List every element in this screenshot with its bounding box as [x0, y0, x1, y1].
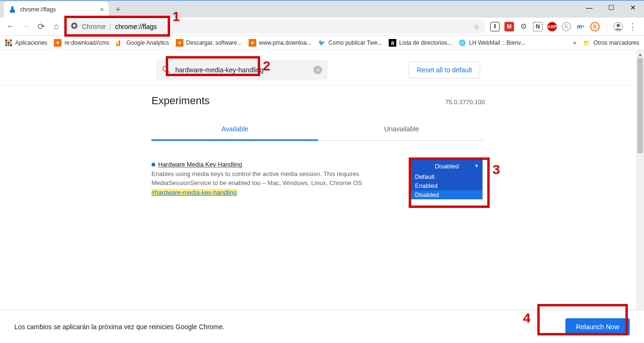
reset-all-button[interactable]: Reset all to default [409, 61, 480, 78]
other-bookmarks[interactable]: 📁Otros marcadores [583, 39, 639, 47]
tab-unavailable[interactable]: Unavailable [318, 118, 485, 140]
ext-icon[interactable]: m+ [576, 22, 585, 31]
ext-icon[interactable]: K [562, 22, 571, 31]
tab-strip: chrome://flags × + [0, 0, 644, 18]
select-value: Disabled [435, 163, 459, 170]
select-dropdown: Default Enabled Disabled [411, 172, 483, 199]
bookmark-item[interactable]: ▾www.pma.downloa... [249, 39, 312, 47]
scrollbar[interactable]: ▲ ▼ [636, 50, 644, 343]
search-icon [162, 65, 171, 75]
flags-search-input[interactable]: hardware-media-key-handling ✕ [156, 60, 328, 80]
relaunch-message: Los cambios se aplicarán la próxima vez … [14, 323, 224, 331]
bookmarks-overflow[interactable]: » [573, 39, 576, 46]
home-button[interactable]: ⌂ [50, 20, 63, 33]
bookmark-favicon: 🐦 [318, 39, 326, 47]
tab-available[interactable]: Available [151, 118, 318, 141]
select-option[interactable]: Default [411, 172, 483, 181]
svg-rect-8 [8, 42, 10, 44]
flag-anchor-link[interactable]: #hardware-media-key-handling [151, 189, 237, 196]
extension-icons: I M ⚙ N ABP K m+ b ⋮ [487, 22, 640, 31]
bookmark-favicon: ▾ [249, 39, 256, 47]
back-button[interactable]: ← [4, 20, 17, 33]
select-option[interactable]: Disabled [411, 190, 483, 199]
new-tab-button[interactable]: + [111, 3, 125, 16]
svg-point-1 [73, 24, 75, 27]
scroll-up-icon[interactable]: ▲ [636, 50, 644, 58]
close-window-button[interactable]: ✕ [622, 0, 644, 15]
bookmark-label: www.pma.downloa... [259, 39, 312, 46]
bookmark-item[interactable]: ▾re:download//cms [54, 39, 109, 47]
bookmark-label: Descargar, software... [186, 39, 242, 46]
svg-rect-7 [5, 42, 7, 44]
omnibox-separator: | [110, 23, 111, 30]
scroll-thumb[interactable] [637, 58, 643, 153]
forward-button[interactable]: → [19, 20, 32, 33]
svg-rect-5 [8, 39, 10, 41]
reset-label: Reset all to default [417, 66, 472, 74]
gear-icon[interactable]: ⚙ [519, 22, 528, 31]
bookmark-label: re:download//cms [64, 39, 109, 46]
bookmark-favicon: 🌐 [459, 39, 466, 47]
bookmark-star-icon[interactable]: ☆ [473, 23, 480, 30]
bookmark-label: Google Analytics [126, 39, 169, 46]
profile-icon[interactable] [614, 22, 623, 31]
svg-rect-4 [5, 39, 7, 41]
gmail-icon[interactable]: M [504, 22, 514, 31]
separator [606, 22, 607, 31]
page-title: Experiments [151, 95, 210, 107]
flag-description: Enables using media keys to control the … [151, 169, 402, 188]
ext-icon[interactable]: N [533, 22, 543, 31]
omnibox-url: chrome://flags [115, 23, 157, 30]
browser-tab[interactable]: chrome://flags × [4, 1, 109, 18]
ext-icon[interactable]: b [590, 22, 600, 31]
flag-item: Hardware Media Key Handling Enables usin… [151, 160, 485, 197]
toolbar: ← → ⟳ ⌂ Chrome | chrome://flags ☆ I M ⚙ … [0, 18, 644, 36]
other-bookmarks-label: Otros marcadores [594, 39, 639, 46]
flag-state-select[interactable]: Disabled [411, 160, 483, 172]
svg-rect-6 [10, 39, 12, 41]
bookmarks-bar: Aplicaciones ▾re:download//cms Google An… [0, 36, 644, 50]
svg-point-3 [617, 24, 620, 27]
bookmark-favicon: ▾ [54, 39, 61, 47]
tab-title: chrome://flags [20, 6, 56, 13]
svg-rect-11 [8, 44, 10, 46]
chrome-version: 75.0.3770.100 [445, 98, 485, 106]
relaunch-label: Relaunch Now [576, 323, 619, 331]
page-content: hardware-media-key-handling ✕ Reset all … [0, 50, 636, 343]
bookmark-item[interactable]: ▾Descargar, software... [176, 39, 242, 47]
bookmark-item[interactable]: 🌐LH WebMail :: Bienv... [459, 39, 525, 47]
bookmark-favicon [116, 39, 123, 47]
apps-icon [5, 39, 12, 47]
bookmark-item[interactable]: aLista de directorios... [389, 39, 452, 47]
clear-search-icon[interactable]: ✕ [313, 66, 322, 74]
flags-tabs: Available Unavailable [151, 118, 485, 141]
reload-button[interactable]: ⟳ [34, 20, 48, 33]
relaunch-bar: Los cambios se aplicarán la próxima vez … [0, 310, 644, 343]
menu-icon[interactable]: ⋮ [628, 22, 637, 31]
svg-rect-14 [119, 40, 120, 46]
maximize-button[interactable]: ☐ [600, 0, 622, 15]
bookmark-label: Como publicar Twe... [329, 39, 382, 46]
ext-icon[interactable]: I [490, 22, 500, 31]
search-value: hardware-media-key-handling [175, 66, 263, 74]
flask-icon [9, 6, 16, 13]
minimize-button[interactable]: — [578, 0, 600, 15]
svg-point-15 [116, 44, 118, 46]
svg-rect-9 [10, 42, 12, 44]
bookmark-label: LH WebMail :: Bienv... [469, 39, 525, 46]
svg-line-17 [167, 70, 170, 73]
folder-icon: 📁 [583, 39, 591, 47]
omnibox-scheme: Chrome [82, 23, 106, 30]
omnibox[interactable]: Chrome | chrome://flags ☆ [65, 20, 485, 34]
select-option[interactable]: Enabled [411, 181, 483, 190]
apps-shortcut[interactable]: Aplicaciones [5, 39, 47, 47]
bookmark-favicon: ▾ [176, 39, 183, 47]
close-tab-icon[interactable]: × [100, 6, 104, 13]
modified-dot-icon [151, 163, 155, 167]
flag-title: Hardware Media Key Handling [158, 160, 242, 169]
apps-label: Aplicaciones [15, 39, 47, 46]
bookmark-item[interactable]: 🐦Como publicar Twe... [318, 39, 382, 47]
adblock-icon[interactable]: ABP [547, 22, 557, 31]
relaunch-button[interactable]: Relaunch Now [565, 318, 630, 335]
bookmark-item[interactable]: Google Analytics [116, 39, 169, 47]
